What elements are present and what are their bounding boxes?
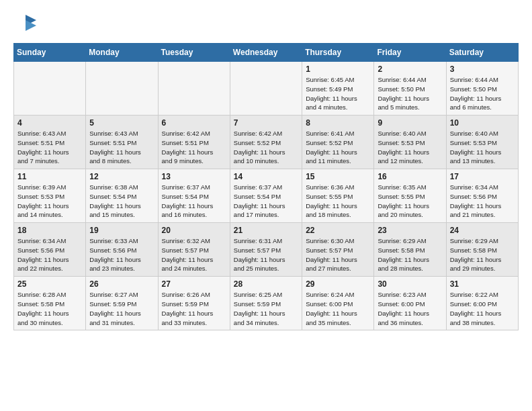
day-number: 27 [162, 279, 226, 289]
calendar-cell: 4Sunrise: 6:43 AM Sunset: 5:51 PM Daylig… [14, 116, 86, 169]
day-number: 19 [89, 226, 154, 235]
weekday-header-thursday: Thursday [302, 44, 374, 62]
day-info: Sunrise: 6:27 AM Sunset: 5:59 PM Dayligh… [89, 290, 154, 327]
day-info: Sunrise: 6:22 AM Sunset: 6:00 PM Dayligh… [450, 290, 515, 327]
day-info: Sunrise: 6:43 AM Sunset: 5:51 PM Dayligh… [17, 129, 82, 166]
weekday-header-sunday: Sunday [14, 44, 86, 62]
day-info: Sunrise: 6:34 AM Sunset: 5:56 PM Dayligh… [17, 236, 82, 273]
day-number: 29 [306, 279, 370, 289]
calendar-cell: 7Sunrise: 6:42 AM Sunset: 5:52 PM Daylig… [230, 116, 302, 169]
day-info: Sunrise: 6:44 AM Sunset: 5:50 PM Dayligh… [378, 75, 442, 112]
day-info: Sunrise: 6:37 AM Sunset: 5:54 PM Dayligh… [234, 183, 298, 220]
calendar-cell: 5Sunrise: 6:43 AM Sunset: 5:51 PM Daylig… [86, 116, 158, 169]
day-info: Sunrise: 6:32 AM Sunset: 5:57 PM Dayligh… [162, 236, 226, 273]
day-number: 15 [306, 172, 370, 181]
day-number: 22 [306, 226, 370, 235]
day-info: Sunrise: 6:37 AM Sunset: 5:54 PM Dayligh… [162, 183, 226, 220]
day-number: 18 [17, 226, 82, 235]
calendar-cell: 22Sunrise: 6:30 AM Sunset: 5:57 PM Dayli… [302, 223, 374, 277]
day-number: 10 [450, 118, 515, 128]
day-info: Sunrise: 6:24 AM Sunset: 6:00 PM Dayligh… [306, 290, 370, 327]
day-info: Sunrise: 6:29 AM Sunset: 5:58 PM Dayligh… [450, 236, 515, 273]
weekday-header-tuesday: Tuesday [158, 44, 230, 62]
calendar-cell: 27Sunrise: 6:26 AM Sunset: 5:59 PM Dayli… [158, 277, 230, 330]
day-info: Sunrise: 6:26 AM Sunset: 5:59 PM Dayligh… [162, 290, 226, 327]
calendar-cell: 18Sunrise: 6:34 AM Sunset: 5:56 PM Dayli… [14, 223, 86, 277]
day-number: 17 [450, 172, 515, 181]
calendar-cell: 29Sunrise: 6:24 AM Sunset: 6:00 PM Dayli… [302, 277, 374, 330]
day-number: 30 [378, 279, 442, 289]
day-info: Sunrise: 6:43 AM Sunset: 5:51 PM Dayligh… [89, 129, 154, 166]
day-number: 20 [162, 226, 226, 235]
day-number: 21 [234, 226, 298, 235]
day-info: Sunrise: 6:36 AM Sunset: 5:55 PM Dayligh… [306, 183, 370, 220]
calendar-cell: 16Sunrise: 6:35 AM Sunset: 5:55 PM Dayli… [374, 169, 446, 223]
calendar-cell: 2Sunrise: 6:44 AM Sunset: 5:50 PM Daylig… [374, 62, 446, 116]
calendar-cell: 28Sunrise: 6:25 AM Sunset: 5:59 PM Dayli… [230, 277, 302, 330]
day-info: Sunrise: 6:38 AM Sunset: 5:54 PM Dayligh… [89, 183, 154, 220]
calendar: SundayMondayTuesdayWednesdayThursdayFrid… [13, 43, 519, 330]
day-number: 16 [378, 172, 442, 181]
weekday-header-monday: Monday [86, 44, 158, 62]
day-info: Sunrise: 6:28 AM Sunset: 5:58 PM Dayligh… [17, 290, 82, 327]
day-info: Sunrise: 6:30 AM Sunset: 5:57 PM Dayligh… [306, 236, 370, 273]
calendar-cell: 14Sunrise: 6:37 AM Sunset: 5:54 PM Dayli… [230, 169, 302, 223]
calendar-cell: 31Sunrise: 6:22 AM Sunset: 6:00 PM Dayli… [446, 277, 518, 330]
weekday-header-wednesday: Wednesday [230, 44, 302, 62]
day-number: 14 [234, 172, 298, 181]
day-info: Sunrise: 6:25 AM Sunset: 5:59 PM Dayligh… [234, 290, 298, 327]
day-number: 28 [234, 279, 298, 289]
day-number: 24 [450, 226, 515, 235]
day-info: Sunrise: 6:23 AM Sunset: 6:00 PM Dayligh… [378, 290, 442, 327]
calendar-cell: 25Sunrise: 6:28 AM Sunset: 5:58 PM Dayli… [14, 277, 86, 330]
calendar-cell: 30Sunrise: 6:23 AM Sunset: 6:00 PM Dayli… [374, 277, 446, 330]
day-number: 12 [89, 172, 154, 181]
weekday-header-row: SundayMondayTuesdayWednesdayThursdayFrid… [14, 44, 519, 62]
day-number: 8 [306, 118, 370, 128]
calendar-week-4: 18Sunrise: 6:34 AM Sunset: 5:56 PM Dayli… [14, 223, 519, 277]
calendar-header: SundayMondayTuesdayWednesdayThursdayFrid… [14, 44, 519, 62]
day-number: 31 [450, 279, 515, 289]
calendar-cell: 26Sunrise: 6:27 AM Sunset: 5:59 PM Dayli… [86, 277, 158, 330]
day-number: 23 [378, 226, 442, 235]
day-info: Sunrise: 6:41 AM Sunset: 5:52 PM Dayligh… [306, 129, 370, 166]
calendar-cell: 21Sunrise: 6:31 AM Sunset: 5:57 PM Dayli… [230, 223, 302, 277]
calendar-cell: 17Sunrise: 6:34 AM Sunset: 5:56 PM Dayli… [446, 169, 518, 223]
calendar-cell: 6Sunrise: 6:42 AM Sunset: 5:51 PM Daylig… [158, 116, 230, 169]
header [13, 13, 519, 35]
day-info: Sunrise: 6:42 AM Sunset: 5:52 PM Dayligh… [234, 129, 298, 166]
day-number: 3 [450, 64, 515, 74]
calendar-cell [230, 62, 302, 116]
calendar-cell: 1Sunrise: 6:45 AM Sunset: 5:49 PM Daylig… [302, 62, 374, 116]
calendar-cell: 8Sunrise: 6:41 AM Sunset: 5:52 PM Daylig… [302, 116, 374, 169]
day-number: 2 [378, 64, 442, 74]
calendar-cell: 15Sunrise: 6:36 AM Sunset: 5:55 PM Dayli… [302, 169, 374, 223]
calendar-cell: 10Sunrise: 6:40 AM Sunset: 5:53 PM Dayli… [446, 116, 518, 169]
day-number: 11 [17, 172, 82, 181]
page: SundayMondayTuesdayWednesdayThursdayFrid… [0, 0, 532, 337]
calendar-cell: 24Sunrise: 6:29 AM Sunset: 5:58 PM Dayli… [446, 223, 518, 277]
day-number: 7 [234, 118, 298, 128]
day-info: Sunrise: 6:34 AM Sunset: 5:56 PM Dayligh… [450, 183, 515, 220]
calendar-cell [86, 62, 158, 116]
day-number: 26 [89, 279, 154, 289]
day-number: 4 [17, 118, 82, 128]
logo [13, 13, 40, 35]
day-info: Sunrise: 6:29 AM Sunset: 5:58 PM Dayligh… [378, 236, 442, 273]
day-number: 9 [378, 118, 442, 128]
calendar-cell [14, 62, 86, 116]
calendar-cell: 19Sunrise: 6:33 AM Sunset: 5:56 PM Dayli… [86, 223, 158, 277]
calendar-cell: 3Sunrise: 6:44 AM Sunset: 5:50 PM Daylig… [446, 62, 518, 116]
logo-icon [13, 13, 38, 35]
calendar-week-1: 1Sunrise: 6:45 AM Sunset: 5:49 PM Daylig… [14, 62, 519, 116]
day-number: 25 [17, 279, 82, 289]
calendar-cell: 9Sunrise: 6:40 AM Sunset: 5:53 PM Daylig… [374, 116, 446, 169]
calendar-cell: 11Sunrise: 6:39 AM Sunset: 5:53 PM Dayli… [14, 169, 86, 223]
calendar-cell: 13Sunrise: 6:37 AM Sunset: 5:54 PM Dayli… [158, 169, 230, 223]
day-info: Sunrise: 6:42 AM Sunset: 5:51 PM Dayligh… [162, 129, 226, 166]
weekday-header-saturday: Saturday [446, 44, 518, 62]
weekday-header-friday: Friday [374, 44, 446, 62]
calendar-week-2: 4Sunrise: 6:43 AM Sunset: 5:51 PM Daylig… [14, 116, 519, 169]
calendar-cell: 23Sunrise: 6:29 AM Sunset: 5:58 PM Dayli… [374, 223, 446, 277]
day-info: Sunrise: 6:33 AM Sunset: 5:56 PM Dayligh… [89, 236, 154, 273]
